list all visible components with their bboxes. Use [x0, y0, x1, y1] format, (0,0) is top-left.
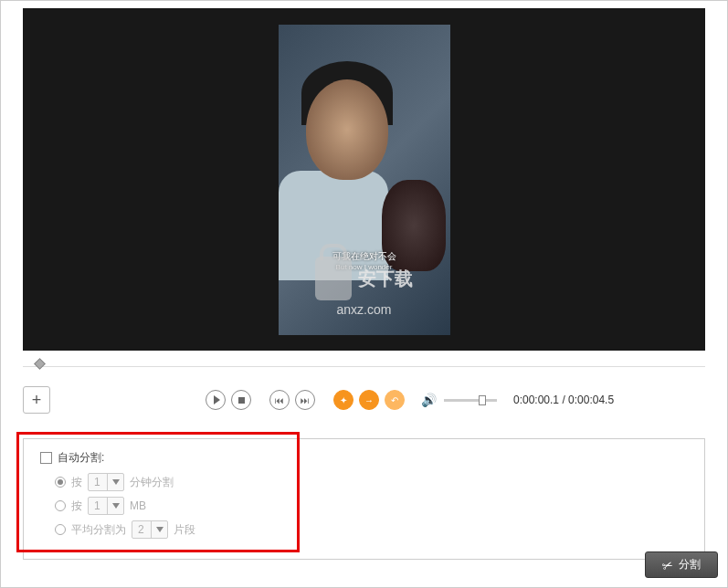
- video-preview: 可我在绝对不会 But now I wonder 安下载 anxz.com: [23, 8, 705, 351]
- split-button-label: 分割: [679, 557, 701, 572]
- chevron-down-icon: [107, 474, 123, 490]
- mb-dropdown[interactable]: 1: [88, 497, 124, 515]
- bolt-icon: ✦: [340, 395, 347, 405]
- minutes-value: 1: [89, 476, 107, 488]
- play-button[interactable]: [206, 390, 226, 410]
- prev-button[interactable]: ⏮: [269, 390, 290, 410]
- auto-split-panel: 自动分割: 按 1 分钟分割 按 1 MB 平均分割为 2: [23, 438, 705, 560]
- plus-icon: +: [32, 391, 42, 410]
- mb-value: 1: [89, 499, 107, 512]
- undo-icon: ↶: [391, 395, 398, 405]
- auto-split-label: 自动分割:: [58, 450, 104, 466]
- auto-split-checkbox[interactable]: [40, 452, 52, 464]
- split-by-minutes-radio[interactable]: [55, 477, 66, 488]
- next-icon: ⏭: [301, 395, 310, 405]
- time-total: 0:00:04.5: [568, 394, 614, 406]
- time-display: 0:00:00.1 / 0:00:04.5: [513, 394, 614, 406]
- split-button[interactable]: ✂ 分割: [645, 551, 718, 578]
- split-average-radio[interactable]: [55, 524, 66, 535]
- video-frame: 可我在绝对不会 But now I wonder 安下载 anxz.com: [279, 25, 450, 335]
- play-icon: [214, 395, 220, 404]
- opt1-suffix: 分钟分割: [130, 475, 174, 490]
- watermark-text: 安下载: [358, 269, 413, 288]
- undo-button[interactable]: ↶: [385, 390, 405, 410]
- stop-button[interactable]: [231, 390, 251, 410]
- segments-value: 2: [132, 523, 151, 536]
- timeline-playhead[interactable]: [34, 358, 46, 370]
- chevron-down-icon: [151, 521, 167, 538]
- opt1-prefix: 按: [71, 475, 82, 490]
- mark-out-button[interactable]: →: [359, 390, 379, 410]
- lock-icon: [315, 257, 352, 300]
- opt2-suffix: MB: [130, 499, 146, 512]
- next-button[interactable]: ⏭: [295, 390, 315, 410]
- segments-dropdown[interactable]: 2: [132, 520, 168, 539]
- minutes-dropdown[interactable]: 1: [88, 473, 124, 491]
- watermark-url: anxz.com: [279, 302, 450, 317]
- watermark: 安下载 anxz.com: [279, 257, 450, 317]
- opt3-prefix: 平均分割为: [71, 522, 126, 538]
- volume-thumb[interactable]: [479, 395, 486, 405]
- opt3-suffix: 片段: [174, 522, 195, 538]
- chevron-down-icon: [107, 498, 123, 514]
- add-button[interactable]: +: [23, 386, 50, 414]
- arrow-right-icon: →: [364, 395, 374, 405]
- volume-slider[interactable]: [444, 399, 497, 402]
- scissors-icon: ✂: [660, 556, 676, 573]
- mark-in-button[interactable]: ✦: [333, 390, 353, 410]
- timeline[interactable]: [23, 354, 705, 367]
- opt2-prefix: 按: [71, 499, 82, 514]
- split-by-mb-radio[interactable]: [55, 500, 66, 511]
- stop-icon: [238, 397, 245, 404]
- prev-icon: ⏮: [275, 395, 284, 405]
- time-current: 0:00:00.1: [513, 394, 559, 406]
- volume-icon[interactable]: 🔊: [421, 393, 437, 407]
